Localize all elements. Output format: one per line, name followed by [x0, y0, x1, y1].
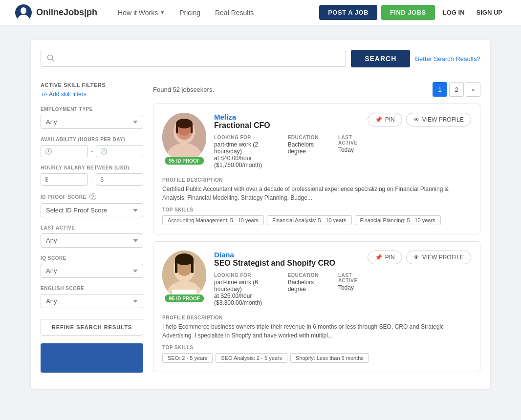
english-score-select[interactable]: Any: [41, 294, 143, 308]
results-header: Found 52 jobseekers. 1 2 »: [153, 82, 480, 97]
card-actions-2: 📌 PIN 👁 VIEW PROFILE: [368, 251, 471, 264]
results-area: Found 52 jobseekers. 1 2 »: [153, 82, 480, 379]
profile-desc-label-1: PROFILE DESCRIPTION: [162, 177, 471, 183]
jobseeker-title-2: SEO Strategist and Shopify CRO: [214, 259, 360, 268]
navbar: OnlineJobs | ph How it Works ▼ Pricing R…: [0, 0, 521, 25]
dollar-icon: $: [45, 176, 48, 183]
card-info-2: Diana SEO Strategist and Shopify CRO LOO…: [214, 251, 360, 310]
availability-max-input[interactable]: 12: [109, 147, 127, 155]
search-input-wrap[interactable]: cfo: [41, 51, 346, 67]
card-meta-2: LOOKING FOR part-time work (6 hours/day)…: [214, 273, 360, 306]
id-proof-badge-label-2: ID PROOF: [176, 296, 199, 301]
page-2-button[interactable]: 2: [449, 82, 464, 97]
card-meta-1: LOOKING FOR part-time work (2 hours/day)…: [214, 135, 360, 168]
last-active-col-2: LAST ACTIVE Today: [338, 273, 360, 306]
last-active-label: LAST ACTIVE: [41, 225, 143, 231]
id-proof-badge-label-1: ID PROOF: [176, 158, 199, 164]
signup-button[interactable]: SIGN UP: [473, 6, 506, 19]
avatar-wrap-2: 95 ID PROOF: [162, 251, 206, 299]
top-skills-label-1: TOP SKILLS: [162, 207, 471, 212]
looking-for-value-1: part-time work (2 hours/day): [214, 141, 268, 155]
skill-tag-1-0: Accounting Management: 5 - 10 years: [162, 215, 264, 225]
salary-min-input[interactable]: 20: [50, 176, 68, 183]
education-label-2: EDUCATION: [288, 273, 319, 278]
profile-desc-text-2: I help Ecommerce business owners triple …: [162, 322, 471, 340]
education-col-2: EDUCATION Bachelors degree: [288, 273, 319, 306]
eye-icon-2: 👁: [413, 254, 419, 261]
english-score-filter: ENGLISH SCORE Any: [41, 286, 143, 308]
education-value-2: Bachelors degree: [288, 279, 319, 293]
nav-real-results[interactable]: Real Results: [209, 6, 260, 20]
next-page-button[interactable]: »: [466, 82, 480, 97]
salary-max-wrap: $ 50: [96, 173, 143, 186]
availability-max-wrap: 🕐 12: [96, 145, 143, 157]
employment-type-select[interactable]: Any: [41, 115, 143, 129]
pin-icon-2: 📌: [375, 254, 382, 261]
availability-min-input[interactable]: 2: [54, 147, 72, 155]
last-active-select[interactable]: Any: [41, 233, 143, 248]
dollar-icon-2: $: [100, 176, 104, 183]
svg-rect-11: [176, 124, 178, 133]
id-proof-badge-2: 95 ID PROOF: [165, 294, 204, 302]
last-active-col-1: LAST ACTIVE Today: [338, 135, 360, 168]
page-1-button[interactable]: 1: [433, 82, 447, 97]
nav-links: How it Works ▼ Pricing Real Results: [112, 6, 319, 20]
salary-filter: HOURLY SALARY BETWEEN (USD) $ 20 - $ 50: [41, 165, 143, 186]
refine-search-button[interactable]: REFINE SEARCH RESULTS: [41, 319, 143, 336]
profile-desc-text-1: Certified Public Accountant with over a …: [162, 185, 471, 202]
iq-score-select[interactable]: Any: [41, 264, 143, 278]
info-icon[interactable]: ?: [89, 193, 96, 200]
salary-max-input[interactable]: 50: [106, 176, 123, 183]
view-profile-button-1[interactable]: 👁 VIEW PROFILE: [406, 113, 471, 126]
employment-type-filter: EMPLOYMENT TYPE Any: [41, 106, 143, 129]
search-icon: [47, 54, 55, 63]
profile-desc-label-2: PROFILE DESCRIPTION: [162, 315, 471, 320]
nav-pricing[interactable]: Pricing: [174, 6, 206, 20]
login-button[interactable]: LOG IN: [439, 6, 469, 19]
search-bar: cfo SEARCH Better Search Results?: [41, 50, 480, 72]
availability-range: 🕐 2 - 🕐 12: [41, 145, 143, 157]
active-filters-title: ACTIVE SKILL FILTERS: [41, 82, 143, 88]
pin-button-2[interactable]: 📌 PIN: [368, 251, 402, 264]
jobseeker-name-1[interactable]: Meliza: [214, 113, 360, 121]
availability-min-wrap: 🕐 2: [41, 145, 88, 157]
post-job-button[interactable]: POST A JOB: [319, 5, 377, 20]
pin-button-1[interactable]: 📌 PIN: [368, 113, 402, 126]
looking-for-col-1: LOOKING FOR part-time work (2 hours/day)…: [214, 135, 268, 168]
skill-tag-1-2: Financial Planning: 5 - 10 years: [355, 215, 441, 225]
logo-ph: ph: [87, 7, 97, 18]
id-proof-select[interactable]: Select ID Proof Score: [41, 203, 143, 217]
clock-icon: 🕐: [45, 148, 52, 155]
jobseeker-card-1: 95 ID PROOF Meliza Fractional CFO LOOKIN…: [153, 104, 480, 234]
find-jobs-button[interactable]: FIND JOBS: [381, 5, 435, 20]
better-results-link[interactable]: Better Search Results?: [415, 55, 480, 63]
skill-tag-1-1: Financial Analysis: 5 - 10 years: [267, 215, 352, 225]
card-actions-1: 📌 PIN 👁 VIEW PROFILE: [368, 113, 471, 126]
range-separator: -: [91, 147, 93, 155]
skills-list-2: SEO: 2 - 5 years SEO Analysis: 2 - 5 yea…: [162, 353, 471, 363]
nav-how-it-works[interactable]: How it Works ▼: [112, 6, 171, 20]
add-skill-link[interactable]: +/- Add skill filters: [41, 91, 143, 98]
salary-min-wrap: $ 20: [41, 173, 88, 186]
jobseeker-name-2[interactable]: Diana: [214, 251, 360, 259]
education-label-1: EDUCATION: [288, 135, 319, 140]
chevron-down-icon: ▼: [160, 10, 165, 15]
search-input[interactable]: cfo: [59, 55, 340, 63]
sidebar: ACTIVE SKILL FILTERS +/- Add skill filte…: [41, 82, 143, 379]
english-score-label: ENGLISH SCORE: [41, 286, 143, 291]
skill-tag-2-0: SEO: 2 - 5 years: [162, 353, 213, 363]
search-button[interactable]: SEARCH: [351, 50, 410, 67]
svg-rect-12: [191, 124, 193, 133]
card-info-1: Meliza Fractional CFO LOOKING FOR part-t…: [214, 113, 360, 172]
iq-score-filter: IQ SCORE Any: [41, 255, 143, 278]
last-active-value-2: Today: [338, 284, 360, 291]
site-logo[interactable]: OnlineJobs | ph: [15, 4, 97, 21]
clock-icon-2: 🕐: [100, 148, 108, 155]
rate-value-2: at $25.00/hour ($3,300.00/month): [214, 293, 268, 306]
logo-icon: [15, 4, 32, 21]
salary-separator: -: [91, 176, 93, 184]
sidebar-promo-box: [41, 343, 143, 373]
jobseeker-title-1: Fractional CFO: [214, 121, 360, 130]
view-profile-button-2[interactable]: 👁 VIEW PROFILE: [406, 251, 471, 264]
last-active-value-1: Today: [338, 147, 360, 153]
